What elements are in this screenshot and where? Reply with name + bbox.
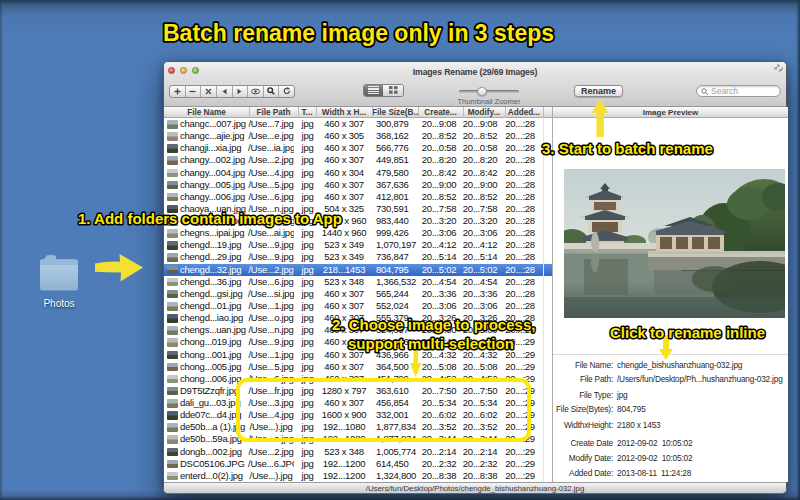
svg-text:1. Add folders contain images: 1. Add folders contain images to App	[78, 210, 342, 227]
svg-text:Click to rename inline: Click to rename inline	[610, 324, 765, 341]
svg-text:support multi-selection: support multi-selection	[348, 334, 514, 351]
svg-text:3. Start to batch rename: 3. Start to batch rename	[542, 140, 713, 157]
svg-text:2. Choose image to process,: 2. Choose image to process,	[332, 316, 535, 333]
svg-text:Batch rename image only in 3 s: Batch rename image only in 3 steps	[163, 20, 554, 46]
